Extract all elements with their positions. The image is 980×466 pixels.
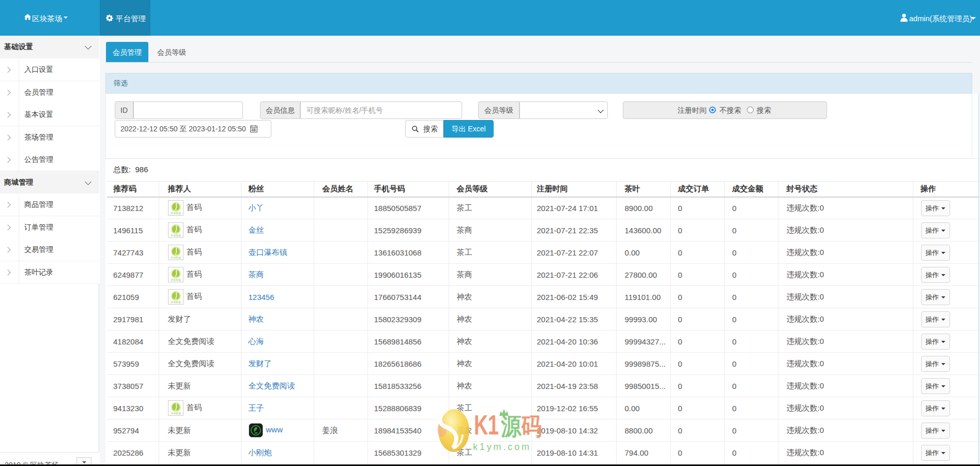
svg-text:源码: 源码 bbox=[500, 413, 542, 440]
svg-text:K1: K1 bbox=[474, 409, 499, 440]
svg-text:k1ym.com: k1ym.com bbox=[473, 442, 529, 452]
